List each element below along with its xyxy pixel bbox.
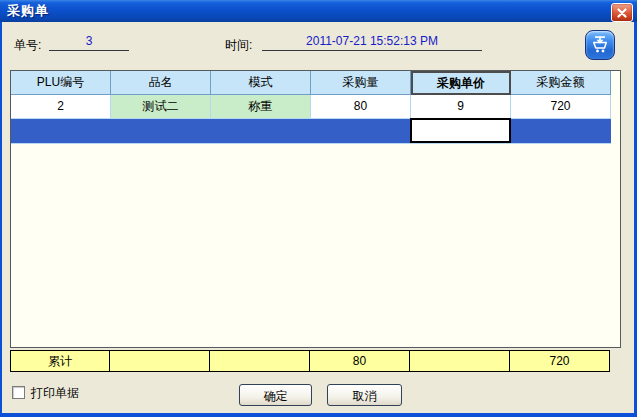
totals-empty-cell — [110, 350, 210, 372]
col-header-qty[interactable]: 采购量 — [311, 71, 411, 95]
totals-row: 累计 80 720 — [10, 350, 610, 372]
selected-new-row[interactable] — [11, 119, 611, 144]
cancel-button[interactable]: 取消 — [327, 384, 402, 406]
cell-name[interactable]: 测试二 — [111, 95, 211, 119]
time-label: 时间: — [225, 37, 252, 54]
close-button[interactable] — [611, 3, 633, 22]
ok-button[interactable]: 确定 — [239, 384, 312, 406]
cell-plu[interactable]: 2 — [11, 95, 111, 119]
add-item-button[interactable] — [585, 30, 615, 60]
grid-header-row: PLU编号 品名 模式 采购量 采购单价 采购金额 — [11, 71, 620, 95]
shopping-cart-icon — [590, 35, 610, 55]
col-header-name[interactable]: 品名 — [111, 71, 211, 95]
window-title: 采购单 — [0, 2, 49, 20]
totals-empty-cell — [410, 350, 510, 372]
time-field[interactable]: 2011-07-21 15:52:13 PM — [262, 33, 482, 51]
col-header-unit-price[interactable]: 采购单价 — [411, 71, 511, 95]
totals-amount-cell: 720 — [510, 350, 610, 372]
purchase-items-grid[interactable]: PLU编号 品名 模式 采购量 采购单价 采购金额 2 测试二 称重 80 9 … — [10, 70, 621, 348]
unit-price-editor[interactable] — [410, 118, 511, 143]
cell-price[interactable]: 9 — [411, 95, 511, 119]
purchase-order-dialog: 采购单 单号: 3 时间: 2011-07-21 15:52:13 PM PLU… — [0, 0, 637, 417]
totals-label-cell: 累计 — [10, 350, 110, 372]
col-header-amount[interactable]: 采购金额 — [511, 71, 611, 95]
col-header-mode[interactable]: 模式 — [211, 71, 311, 95]
order-no-label: 单号: — [14, 37, 41, 54]
title-bar[interactable]: 采购单 — [0, 0, 637, 22]
close-icon — [617, 8, 627, 18]
totals-empty-cell — [210, 350, 310, 372]
totals-qty-cell: 80 — [310, 350, 410, 372]
col-header-plu[interactable]: PLU编号 — [11, 71, 111, 95]
cell-mode[interactable]: 称重 — [211, 95, 311, 119]
order-no-field[interactable]: 3 — [49, 33, 129, 51]
print-receipt-checkbox[interactable] — [12, 386, 25, 399]
table-row[interactable]: 2 测试二 称重 80 9 720 — [11, 95, 620, 119]
print-receipt-label[interactable]: 打印单据 — [31, 385, 79, 402]
cell-qty[interactable]: 80 — [311, 95, 411, 119]
cell-amount[interactable]: 720 — [511, 95, 611, 119]
